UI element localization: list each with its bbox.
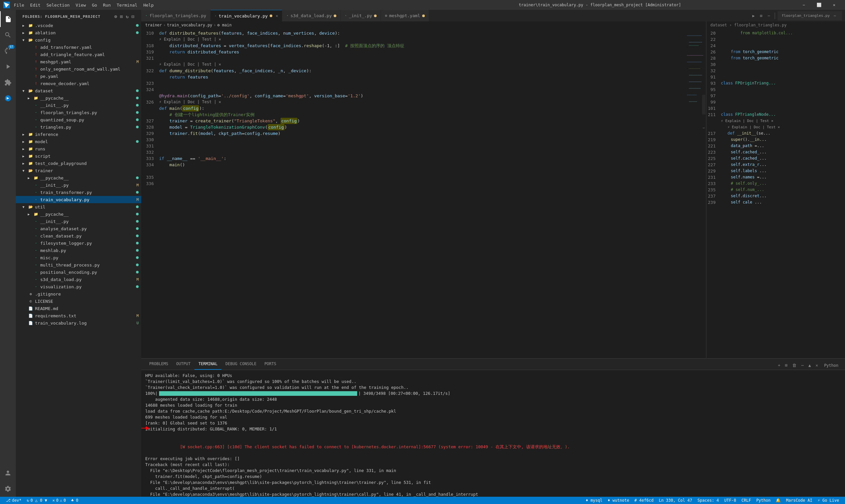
- refresh-icon[interactable]: ↻: [126, 14, 129, 19]
- tree-item-license[interactable]: © LICENSE: [16, 298, 141, 305]
- status-marscode[interactable]: MarsCode AI: [783, 497, 815, 504]
- tree-item-init-tr[interactable]: · __init__.py M: [16, 181, 141, 189]
- tree-item-only-segment[interactable]: ! only_segment_room_and_wall.yaml: [16, 65, 141, 73]
- maximize-button[interactable]: ⬜: [811, 0, 827, 10]
- tree-item-requirements[interactable]: 📄 requirements.txt M: [16, 312, 141, 319]
- tree-item-test-code[interactable]: ▶ 📁 test_code_playground: [16, 160, 141, 167]
- more-panel-icon[interactable]: ⋯: [800, 362, 805, 368]
- more-button[interactable]: ⋯: [766, 13, 772, 19]
- tree-item-add-triangle[interactable]: ! add_triangle_feature.yaml: [16, 51, 141, 58]
- accounts-icon[interactable]: [0, 465, 16, 481]
- tree-item-quantized-soup[interactable]: · quantized_soup.py: [16, 116, 141, 123]
- menu-run[interactable]: Run: [100, 2, 113, 8]
- menu-terminal[interactable]: Terminal: [114, 2, 140, 8]
- tab-debug-console[interactable]: DEBUG CONSOLE: [222, 358, 261, 370]
- code-content[interactable]: def distribute_features(features, face_i…: [158, 29, 686, 358]
- menu-file[interactable]: File: [11, 2, 27, 8]
- tree-item-init-ut[interactable]: · __init__.py: [16, 218, 141, 225]
- status-eol[interactable]: CRLF: [739, 497, 754, 504]
- maximize-panel-icon[interactable]: ▲: [807, 362, 812, 368]
- menu-view[interactable]: View: [73, 2, 88, 8]
- tree-item-gitignore[interactable]: ⚙ .gitignore: [16, 290, 141, 298]
- new-terminal-icon[interactable]: +: [777, 362, 782, 368]
- tree-item-remove-decoder[interactable]: ! remove_decoder.yaml: [16, 80, 141, 87]
- menu-selection[interactable]: Selection: [44, 2, 72, 8]
- tab-s3d-data-load[interactable]: · s3d_data_load.py: [282, 10, 341, 21]
- split-terminal-icon[interactable]: ⊞: [784, 362, 789, 368]
- right-code-content[interactable]: from matplotlib.col... from torch_geomet…: [720, 29, 845, 358]
- tree-item-add-transformer[interactable]: ! add_transformer.yaml: [16, 43, 141, 51]
- tree-item-train-vocab-log[interactable]: 📄 train_vocabulary.log U: [16, 319, 141, 326]
- right-code-editor[interactable]: 20 22 24 26 28 30 32 91 93 95 97 99: [706, 29, 845, 358]
- status-golive[interactable]: ⚡ Go Live: [815, 497, 842, 504]
- new-folder-icon[interactable]: ⊞: [120, 14, 123, 19]
- status-sync[interactable]: ↻ 0 △ 0 ▼: [24, 497, 50, 504]
- tree-item-analyse-dataset[interactable]: · analyse_dataset.py: [16, 225, 141, 232]
- status-mysql[interactable]: ♦ mysql: [583, 497, 605, 504]
- status-errors[interactable]: ✕ 0 ⚠ 0: [50, 497, 69, 504]
- tree-item-meshlab[interactable]: · meshlab.py: [16, 247, 141, 254]
- menu-edit[interactable]: Edit: [28, 2, 43, 8]
- tree-item-misc[interactable]: · misc.py: [16, 254, 141, 261]
- close-button[interactable]: ✕: [827, 0, 842, 10]
- tree-item-readme[interactable]: 📄 README.md: [16, 305, 141, 312]
- tab-ports[interactable]: PORTS: [261, 358, 280, 370]
- kill-terminal-icon[interactable]: 🗑: [791, 362, 798, 368]
- close-panel-icon[interactable]: ✕: [814, 362, 820, 368]
- tree-item-pycache-ut[interactable]: ▶ 📁 __pycache__: [16, 211, 141, 218]
- right-tab-more[interactable]: ⋯: [832, 13, 838, 19]
- status-info[interactable]: ♣ 0: [69, 497, 81, 504]
- tree-item-clean-dataset[interactable]: · clean_dataset.py: [16, 232, 141, 239]
- settings-icon[interactable]: [0, 481, 16, 497]
- run-button[interactable]: ▶: [750, 13, 757, 19]
- tab-floorplan-triangles[interactable]: · floorplan_triangles.py: [141, 10, 211, 21]
- tree-item-util[interactable]: ▼ 📂 util: [16, 203, 141, 211]
- tab-terminal[interactable]: TERMINAL: [194, 358, 222, 370]
- status-encoding[interactable]: UTF-8: [722, 497, 739, 504]
- status-wutnote[interactable]: ♦ wutnote: [605, 497, 632, 504]
- tab-close-button[interactable]: ✕: [276, 14, 278, 18]
- tree-item-model[interactable]: ▶ 📁 model: [16, 138, 141, 145]
- new-file-icon[interactable]: ⊕: [114, 14, 117, 19]
- tree-item-ablation[interactable]: ▶ 📁 ablation: [16, 29, 141, 36]
- tree-item-meshgpt-yaml[interactable]: ! meshgpt.yaml M: [16, 58, 141, 65]
- tree-item-train-vocabulary[interactable]: · train_vocabulary.py M: [16, 196, 141, 203]
- tree-item-pycache-tr[interactable]: ▶ 📁 __pycache__: [16, 174, 141, 181]
- run-debug-icon[interactable]: [0, 59, 16, 74]
- tree-item-inference[interactable]: ▶ 📁 inference: [16, 131, 141, 138]
- tree-item-script[interactable]: ▶ 📁 script: [16, 152, 141, 160]
- tree-item-config[interactable]: ▼ 📂 config: [16, 36, 141, 43]
- marscode-icon[interactable]: [0, 90, 16, 106]
- explorer-icon[interactable]: [0, 11, 16, 27]
- status-hash[interactable]: # 4ef6cd: [632, 497, 656, 504]
- tree-item-pe-yaml[interactable]: ! pe.yaml: [16, 73, 141, 80]
- tree-item-init-ds[interactable]: · __init__.py: [16, 102, 141, 109]
- minimize-button[interactable]: −: [796, 0, 811, 10]
- status-language[interactable]: Python: [754, 497, 773, 504]
- code-editor[interactable]: 310 318 319 321 322 323 324 326: [141, 29, 706, 358]
- status-notifications[interactable]: 🔔: [773, 497, 783, 504]
- tree-item-filesystem-logger[interactable]: · filesystem_logger.py: [16, 239, 141, 247]
- tree-item-positional-encoding[interactable]: · positional_encoding.py: [16, 269, 141, 276]
- tree-item-runs[interactable]: ▶ 📁 runs: [16, 145, 141, 152]
- tree-item-multi-thread[interactable]: · multi_thread_process.py: [16, 261, 141, 269]
- tree-item-dataset[interactable]: ▼ 📂 dataset: [16, 87, 141, 94]
- tree-item-vscode[interactable]: ▶ 📁 .vscode: [16, 22, 141, 29]
- tree-item-s3d-data-load[interactable]: · s3d_data_load.py M: [16, 276, 141, 283]
- tab-output[interactable]: OUTPUT: [172, 358, 194, 370]
- tab-train-vocabulary[interactable]: · train_vocabulary.py ✕: [211, 10, 283, 21]
- search-icon[interactable]: [0, 27, 16, 43]
- right-tab-floorplan[interactable]: floorplan_triangles.py ⋯: [778, 11, 842, 20]
- tree-item-train-transformer[interactable]: · train_transformer.py: [16, 189, 141, 196]
- status-spaces[interactable]: Spaces: 4: [695, 497, 722, 504]
- menu-go[interactable]: Go: [89, 2, 100, 8]
- source-control-icon[interactable]: 97: [0, 43, 16, 59]
- tab-meshgpt-yaml[interactable]: ⚙ meshgpt.yaml: [381, 10, 429, 21]
- collapse-all-icon[interactable]: ⊟: [132, 14, 135, 19]
- tree-item-visualization[interactable]: · visualization.py: [16, 283, 141, 290]
- tree-item-trainer[interactable]: ▼ 📂 trainer: [16, 167, 141, 174]
- tab-init-py[interactable]: · _init_.py: [341, 10, 381, 21]
- menu-help[interactable]: Help: [141, 2, 156, 8]
- tab-problems[interactable]: PROBLEMS: [145, 358, 172, 370]
- terminal-content[interactable]: HPU available: False, using: 0 HPUs `Tra…: [141, 370, 845, 497]
